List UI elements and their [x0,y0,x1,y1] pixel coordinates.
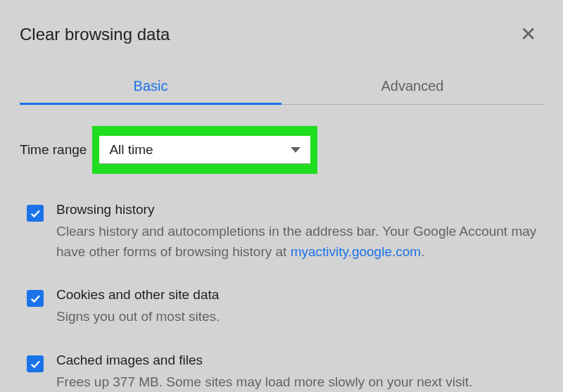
item-cached: Cached images and files Frees up 377 MB.… [20,353,543,393]
desc-suffix: . [421,244,424,259]
tab-basic[interactable]: Basic [20,68,282,104]
item-desc: Signs you out of most sites. [56,307,543,327]
check-icon [29,207,42,220]
check-icon [29,358,42,370]
item-content: Cached images and files Frees up 377 MB.… [56,353,543,393]
dialog-content: Time range All time Browsing history Cle… [20,105,543,392]
time-range-label: Time range [20,142,87,158]
item-browsing-history: Browsing history Clears history and auto… [20,202,543,262]
dialog-title: Clear browsing data [20,25,170,44]
checkbox-cookies[interactable] [27,290,44,307]
myactivity-link[interactable]: myactivity.google.com [291,244,422,259]
item-title: Cookies and other site data [56,287,543,303]
time-range-value: All time [109,142,153,158]
dialog-header: Clear browsing data ✕ [20,7,543,68]
item-title: Cached images and files [56,353,543,368]
time-range-select[interactable]: All time [99,136,310,164]
item-desc: Frees up 377 MB. Some sites may load mor… [56,372,543,393]
item-title: Browsing history [56,202,543,217]
item-content: Cookies and other site data Signs you ou… [56,287,543,327]
tab-advanced[interactable]: Advanced [282,68,543,104]
highlight-box: All time [92,126,317,174]
time-range-row: Time range All time [20,126,543,174]
clear-browsing-data-dialog: Clear browsing data ✕ Basic Advanced Tim… [0,0,563,392]
tab-advanced-label: Advanced [381,78,444,94]
item-content: Browsing history Clears history and auto… [56,202,543,262]
tab-basic-label: Basic [134,78,168,94]
item-desc: Clears history and autocompletions in th… [56,222,543,262]
checkbox-browsing-history[interactable] [27,205,44,222]
item-cookies: Cookies and other site data Signs you ou… [20,287,543,327]
checkbox-cached[interactable] [27,355,44,372]
tab-bar: Basic Advanced [20,68,543,105]
check-icon [29,292,42,305]
close-icon[interactable]: ✕ [513,20,543,49]
chevron-down-icon [291,147,301,153]
